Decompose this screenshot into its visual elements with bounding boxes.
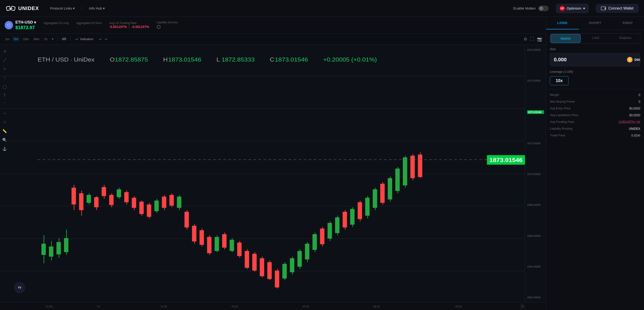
time-nav-btn[interactable] <box>520 304 525 309</box>
price-scale: 1876.00000 1874.00000 1873.01546 1872.00… <box>525 45 546 302</box>
trade-fees-label: Trade Fees <box>550 134 565 137</box>
zoom-tool[interactable]: 🔍 <box>2 137 8 143</box>
tf-more[interactable]: ▾ <box>50 36 55 42</box>
ruler-tool[interactable]: 📏 <box>2 128 8 134</box>
emoji-tool[interactable]: ☺ <box>2 119 8 125</box>
info-hub-btn[interactable]: Info Hub ▾ <box>89 6 105 10</box>
molten-toggle[interactable] <box>538 6 549 11</box>
svg-rect-36 <box>94 197 98 207</box>
svg-rect-48 <box>139 202 144 214</box>
svg-rect-120 <box>410 156 415 178</box>
protocol-links-btn[interactable]: Protocol Links ▾ <box>50 6 75 10</box>
svg-rect-88 <box>290 258 294 272</box>
tab-limit[interactable]: Limit <box>581 34 611 43</box>
network-selector[interactable]: OP Optimism ▾ <box>556 4 588 13</box>
time-label: 06:00 <box>374 305 380 308</box>
max-buying-power-row: Max Buying Power 0 <box>550 100 640 103</box>
svg-text:O: O <box>110 56 115 62</box>
svg-text:H: H <box>163 56 168 62</box>
undo-btn[interactable]: ↩ <box>98 36 103 42</box>
wallet-icon <box>601 6 606 10</box>
current-price-label: 1873.01546 <box>527 110 544 114</box>
svg-text:1872.85875: 1872.85875 <box>115 56 148 62</box>
leverage-btn[interactable]: 10x <box>550 76 568 85</box>
svg-rect-32 <box>79 193 84 210</box>
indicators-btn[interactable]: Indicators <box>73 36 95 42</box>
max-buying-power-label: Max Buying Power <box>550 100 575 103</box>
tab-swap[interactable]: SWAP <box>612 17 644 29</box>
svg-rect-100 <box>335 218 340 233</box>
svg-rect-68 <box>214 237 219 251</box>
svg-rect-98 <box>328 223 332 239</box>
ticker-name[interactable]: ETH-USD ▾ <box>16 20 36 25</box>
tab-market[interactable]: Market <box>550 34 581 43</box>
chart-type-btn[interactable] <box>61 36 67 42</box>
margin-row: Margin 0 <box>550 93 640 96</box>
tf-15m[interactable]: 15m <box>22 36 30 42</box>
svg-rect-30 <box>72 188 76 204</box>
connect-wallet-button[interactable]: Connect Wallet <box>596 4 638 12</box>
svg-rect-56 <box>170 195 174 206</box>
molten-area: Enable Molten <box>513 6 549 11</box>
time-label: 13 <box>97 305 100 308</box>
svg-rect-94 <box>312 234 317 250</box>
tab-long[interactable]: LONG <box>546 17 579 29</box>
svg-rect-52 <box>154 200 159 211</box>
svg-rect-108 <box>365 198 370 216</box>
size-input[interactable] <box>550 57 624 63</box>
trend-line-tool[interactable]: ╱ <box>2 57 8 63</box>
liquidity-routing-row: Liquidity Routing UNIDEX <box>550 127 640 130</box>
svg-rect-96 <box>320 229 324 244</box>
tab-stoploss[interactable]: Stoploss <box>610 34 640 43</box>
leverage-label: Leverage (1-100) <box>550 70 640 74</box>
avg-liq-value: $0.0000 <box>629 113 640 117</box>
tf-1h[interactable]: 1h <box>43 36 49 42</box>
chart-left-tools: ✛ ╱ ≡ / ◯ T ⌒ ⤷ ☺ 📏 🔍 ⚓ <box>2 48 8 152</box>
logo-text: UNIDEX <box>18 5 39 12</box>
ticker-symbol[interactable]: ⬡ ETH-USD ▾ $1872.97 <box>5 20 36 30</box>
svg-rect-50 <box>147 204 151 217</box>
size-section: Size D DAI ▾ <box>546 47 644 70</box>
screenshot-btn[interactable]: 📷 <box>537 36 542 42</box>
text-tool[interactable]: T <box>2 93 8 98</box>
main-content: ⬡ ETH-USD ▾ $1872.97 Aggregated OI Long … <box>0 17 644 310</box>
tab-short[interactable]: SHORT <box>579 17 612 29</box>
crosshair-tool[interactable]: ✛ <box>2 48 8 54</box>
circle-tool[interactable]: ◯ <box>2 84 8 90</box>
size-input-row: D DAI ▾ <box>550 53 640 66</box>
tf-5m[interactable]: 5m <box>12 36 20 42</box>
svg-rect-28 <box>64 238 68 252</box>
avg-funding-label: Avg Funding Fees <box>550 120 574 124</box>
svg-rect-74 <box>237 243 242 256</box>
magnet-tool[interactable]: ⚓ <box>2 146 8 152</box>
svg-rect-104 <box>350 209 354 224</box>
candlestick-chart: 1873.01546 ETH / USD · UniDex O 1872.858… <box>0 45 546 302</box>
ticker-bar: ⬡ ETH-USD ▾ $1872.97 Aggregated OI Long … <box>0 17 546 34</box>
right-panel: LONG SHORT SWAP Market Limit Stoploss Si… <box>546 17 644 310</box>
path-tool[interactable]: ⤷ <box>2 110 8 116</box>
token-select[interactable]: D DAI ▾ <box>624 57 640 62</box>
ticker-price: $1872.97 <box>16 25 36 30</box>
channel-tool[interactable]: / <box>2 75 8 81</box>
svg-rect-24 <box>49 246 53 256</box>
horizontal-line-tool[interactable]: ≡ <box>2 66 8 72</box>
tradingview-logo: TV <box>14 282 25 293</box>
tf-30m[interactable]: 30m <box>32 36 40 42</box>
settings-btn[interactable]: ⚙ <box>524 36 527 42</box>
redo-btn[interactable]: ↪ <box>104 36 108 42</box>
leverage-section: Leverage (1-100) 10x <box>546 70 644 89</box>
chart-area: ⬡ ETH-USD ▾ $1872.97 Aggregated OI Long … <box>0 17 546 310</box>
svg-rect-76 <box>245 251 249 268</box>
svg-rect-118 <box>403 157 407 185</box>
fullscreen-btn[interactable]: ⛶ <box>530 36 534 42</box>
tf-1m[interactable]: 1m <box>4 36 11 42</box>
svg-rect-114 <box>388 178 392 199</box>
avg-entry-value: $0.0000 <box>629 106 640 110</box>
chart-toolbar: 1m 5m 15m 30m 1h ▾ <box>0 34 546 45</box>
arc-tool[interactable]: ⌒ <box>2 102 8 107</box>
logo[interactable]: UNIDEX <box>6 3 39 14</box>
liquidity-icon[interactable]: ⬡ <box>156 24 160 30</box>
chevron-down-icon: ▾ <box>34 20 36 25</box>
svg-rect-40 <box>109 195 114 205</box>
avg-entry-label: Avg Entry Price <box>550 106 570 110</box>
